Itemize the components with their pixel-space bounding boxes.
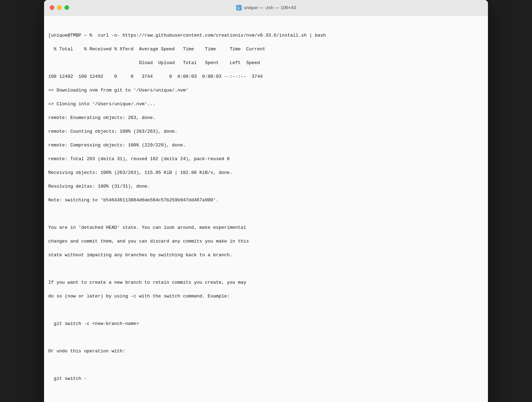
window-title: unique — -zsh — 106×43 [236, 5, 296, 11]
terminal-line: % Total % Received % Xferd Average Speed… [48, 46, 484, 53]
terminal-line: changes and commit them, and you can dis… [48, 238, 484, 245]
terminal-line: => Downloading nvm from git to '/Users/u… [48, 87, 484, 94]
minimize-button[interactable] [57, 5, 62, 10]
title-bar: unique — -zsh — 106×43 [44, 0, 488, 15]
terminal-body[interactable]: [unique@TMBP ~ % curl -o- https://raw.gi… [44, 15, 488, 402]
traffic-lights [50, 5, 69, 10]
svg-rect-1 [237, 8, 240, 8]
terminal-line: Resolving deltas: 100% (31/31), done. [48, 183, 484, 190]
svg-rect-2 [237, 9, 239, 9]
terminal-line [48, 265, 484, 272]
terminal-line: => Cloning into '/Users/unique/.nvm'... [48, 101, 484, 108]
terminal-line [48, 307, 484, 314]
terminal-line: [unique@TMBP ~ % curl -o- https://raw.gi… [48, 32, 484, 39]
terminal-line: git switch -c <new-branch-name> [48, 320, 484, 327]
terminal-line: You are in 'detached HEAD' state. You ca… [48, 224, 484, 231]
maximize-button[interactable] [64, 5, 69, 10]
terminal-line: remote: Enumerating objects: 263, done. [48, 114, 484, 121]
terminal-line: Note: switching to 'b546436113084d6de584… [48, 197, 484, 204]
terminal-line: remote: Compressing objects: 100% (229/2… [48, 142, 484, 149]
terminal-window: unique — -zsh — 106×43 [unique@TMBP ~ % … [44, 0, 488, 402]
terminal-line [48, 389, 484, 396]
terminal-line: Dload Upload Total Spent Left Speed [48, 59, 484, 67]
terminal-line: do so (now or later) by using -c with th… [48, 293, 484, 300]
terminal-line: 100 12492 100 12492 0 0 3744 0 0:00:03 0… [48, 73, 484, 80]
terminal-line: git switch - [48, 375, 484, 382]
terminal-line: Or undo this operation with: [48, 348, 484, 355]
terminal-line: state without impacting any branches by … [48, 252, 484, 259]
terminal-line: If you want to create a new branch to re… [48, 279, 484, 286]
terminal-line [48, 211, 484, 218]
terminal-line [48, 362, 484, 369]
terminal-output: [unique@TMBP ~ % curl -o- https://raw.gi… [48, 18, 484, 402]
terminal-icon [236, 5, 242, 11]
terminal-line: remote: Total 263 (delta 31), reused 102… [48, 156, 484, 163]
terminal-line: Receiving objects: 100% (263/263), 115.9… [48, 169, 484, 176]
close-button[interactable] [50, 5, 54, 10]
terminal-line: remote: Counting objects: 100% (263/263)… [48, 128, 484, 135]
svg-rect-0 [237, 7, 239, 7]
terminal-line [48, 334, 484, 341]
